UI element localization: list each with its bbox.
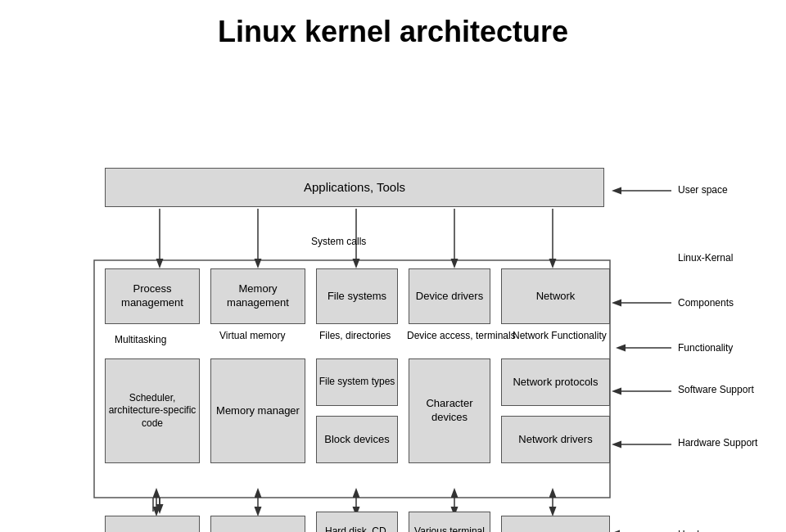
- block-devices-box: Block devices: [316, 416, 398, 463]
- user-space-label: User space: [678, 184, 728, 196]
- system-calls-label: System calls: [311, 236, 366, 247]
- ram-box: RAM: [210, 516, 305, 532]
- hardware-support-label: Hardware Support: [678, 436, 757, 450]
- hardware-label: Hardware: [678, 529, 720, 532]
- terminal-box: Various terminal equipment: [409, 512, 490, 532]
- char-devices-box: Character devices: [409, 358, 490, 463]
- network-func-label: Network Functionality: [513, 329, 607, 343]
- fs-types-box: File system types: [316, 358, 398, 406]
- device-access-label: Device access, terminals: [407, 329, 516, 343]
- scheduler-box: Scheduler, architecture-specific code: [105, 358, 200, 463]
- applications-box: Applications, Tools: [105, 168, 604, 207]
- harddisk-box: Hard disk, CD, Floppy disk: [316, 512, 398, 532]
- network-box: Network: [501, 268, 610, 324]
- net-drivers-box: Network drivers: [501, 416, 610, 463]
- linux-kernel-label: Linux-Kernal: [678, 252, 733, 264]
- page-title: Linux kernel architecture: [0, 0, 786, 57]
- virtual-memory-label: Virtual memory: [219, 329, 285, 343]
- device-drivers-box: Device drivers: [409, 268, 490, 324]
- cpu-box: CPU: [105, 516, 200, 532]
- components-label: Components: [678, 297, 734, 309]
- memory-mgmt-box: Memory management: [210, 268, 305, 324]
- file-systems-box: File systems: [316, 268, 398, 324]
- files-dirs-label: Files, directories: [319, 329, 391, 343]
- multitasking-label: Multitasking: [115, 334, 166, 345]
- memory-manager-box: Memory manager: [210, 358, 305, 463]
- process-mgmt-box: Process management: [105, 268, 200, 324]
- net-protocols-box: Network protocols: [501, 358, 610, 406]
- net-adapter-box: Network adapter: [501, 516, 610, 532]
- software-support-label: Software Support: [678, 383, 754, 397]
- functionality-label: Functionality: [678, 342, 733, 354]
